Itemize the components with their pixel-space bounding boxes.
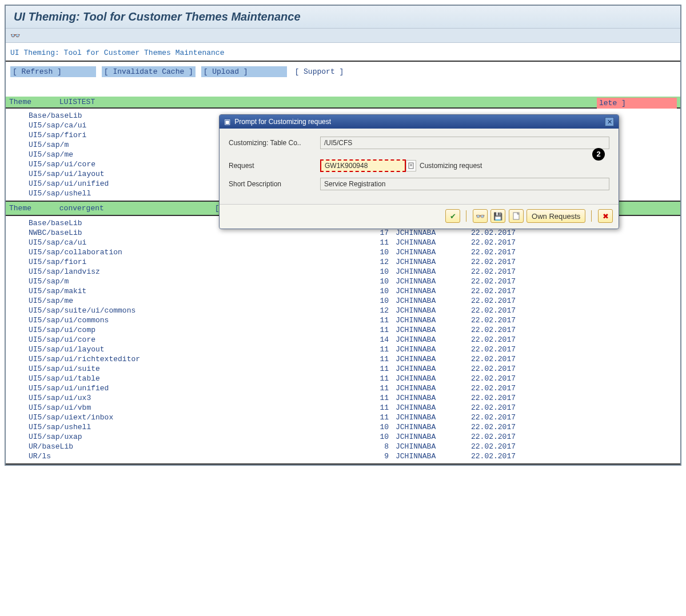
file-user: JCHINNABA xyxy=(389,258,457,266)
file-user: JCHINNABA xyxy=(389,238,457,247)
file-date: 22.02.2017 xyxy=(457,394,526,402)
file-path: UI5/sap/makit xyxy=(29,287,360,295)
request-label: Request xyxy=(229,162,320,170)
file-path: UI5/sap/uiext/inbox xyxy=(29,413,360,422)
dialog-titlebar: ▣ Prompt for Customizing request ✕ xyxy=(220,115,619,129)
short-description-value: Service Registration xyxy=(320,178,609,190)
file-user: JCHINNABA xyxy=(389,267,457,276)
file-path: UI5/sap/m xyxy=(29,277,360,286)
support-button[interactable]: [ Support ] xyxy=(292,66,378,77)
transaction-subtitle: UI Theming: Tool for Customer Themes Mai… xyxy=(6,43,680,62)
dialog-title: Prompt for Customizing request xyxy=(234,118,331,126)
file-user: JCHINNABA xyxy=(389,374,457,383)
delete-button[interactable]: lete ] xyxy=(597,98,677,109)
file-path: UI5/sap/ui/vbm xyxy=(29,403,360,412)
file-count: 11 xyxy=(360,326,389,334)
file-path: UI5/sap/fiori xyxy=(29,258,360,266)
file-date: 22.02.2017 xyxy=(457,238,526,247)
create-button[interactable] xyxy=(509,209,524,223)
close-icon[interactable]: ✕ xyxy=(605,117,614,126)
own-requests-button[interactable]: Own Requests xyxy=(527,209,585,223)
continue-button[interactable]: ✔ xyxy=(445,209,460,223)
file-count: 11 xyxy=(360,238,389,247)
file-path: UI5/sap/me xyxy=(29,297,360,305)
file-user: JCHINNABA xyxy=(389,423,457,431)
file-user: JCHINNABA xyxy=(389,229,457,237)
file-path: UI5/sap/ui/richtexteditor xyxy=(29,355,360,363)
file-date: 22.02.2017 xyxy=(457,433,526,441)
file-date: 22.02.2017 xyxy=(457,267,526,276)
refresh-button[interactable]: [ Refresh ] xyxy=(10,66,96,77)
invalidate-cache-button[interactable]: [ Invalidate Cache ] xyxy=(102,66,196,77)
file-row: UI5/sap/makit10JCHINNABA22.02.2017 xyxy=(29,286,680,296)
file-user: JCHINNABA xyxy=(389,326,457,334)
file-count: 11 xyxy=(360,403,389,412)
file-count: 10 xyxy=(360,423,389,431)
file-user: JCHINNABA xyxy=(389,433,457,441)
file-date: 22.02.2017 xyxy=(457,277,526,286)
file-date: 22.02.2017 xyxy=(457,287,526,295)
file-path: UI5/sap/ushell xyxy=(29,423,360,431)
file-count: 11 xyxy=(360,345,389,354)
display-object-button[interactable]: 👓 xyxy=(473,209,488,223)
file-count: 10 xyxy=(360,248,389,257)
file-path: UI5/sap/uxap xyxy=(29,433,360,441)
cancel-button[interactable]: ✖ xyxy=(598,209,613,223)
file-list-theme2: Base/baseLib15JCHINNABA22.02.2017NWBC/ba… xyxy=(6,216,680,465)
file-date: 22.02.2017 xyxy=(457,326,526,334)
file-user: JCHINNABA xyxy=(389,277,457,286)
file-path: UI5/sap/ui/comp xyxy=(29,326,360,334)
file-path: UI5/sap/suite/ui/commons xyxy=(29,306,360,315)
page-title: UI Theming: Tool for Customer Themes Mai… xyxy=(14,10,672,23)
file-user: JCHINNABA xyxy=(389,452,457,461)
file-user: JCHINNABA xyxy=(389,442,457,451)
file-date: 22.02.2017 xyxy=(457,413,526,422)
file-date: 22.02.2017 xyxy=(457,365,526,373)
upload-button[interactable]: [ Upload ] xyxy=(201,66,287,77)
file-row: UI5/sap/uiext/inbox11JCHINNABA22.02.2017 xyxy=(29,413,680,422)
table-contents-value: /UI5/CFS xyxy=(320,137,609,149)
file-date: 22.02.2017 xyxy=(457,258,526,266)
theme-label: Theme xyxy=(9,204,55,213)
file-count: 11 xyxy=(360,374,389,383)
file-row: UR/baseLib8JCHINNABA22.02.2017 xyxy=(29,442,680,451)
file-path: UI5/sap/ui/layout xyxy=(29,345,360,354)
customizing-request-dialog: ▣ Prompt for Customizing request ✕ Custo… xyxy=(219,114,619,229)
file-row: UI5/sap/ui/unified11JCHINNABA22.02.2017 xyxy=(29,383,680,393)
file-date: 22.02.2017 xyxy=(457,345,526,354)
file-path: UI5/sap/ui/core xyxy=(29,335,360,344)
file-date: 22.02.2017 xyxy=(457,248,526,257)
file-count: 11 xyxy=(360,394,389,402)
file-count: 10 xyxy=(360,287,389,295)
save-button[interactable]: 💾 xyxy=(490,209,505,223)
file-path: UI5/sap/ui/ux3 xyxy=(29,394,360,402)
display-icon[interactable]: 👓 xyxy=(10,31,20,40)
file-path: UI5/sap/ui/table xyxy=(29,374,360,383)
file-row: UI5/sap/ui/core14JCHINNABA22.02.2017 xyxy=(29,335,680,345)
file-user: JCHINNABA xyxy=(389,306,457,315)
file-count: 12 xyxy=(360,306,389,315)
request-input[interactable]: GW1K900948 xyxy=(320,159,406,172)
dialog-icon: ▣ xyxy=(224,118,230,126)
file-row: UI5/sap/ui/comp11JCHINNABA22.02.2017 xyxy=(29,325,680,335)
file-user: JCHINNABA xyxy=(389,394,457,402)
file-count: 9 xyxy=(360,452,389,461)
file-row: UI5/sap/ui/richtexteditor11JCHINNABA22.0… xyxy=(29,354,680,364)
file-date: 22.02.2017 xyxy=(457,335,526,344)
file-count: 10 xyxy=(360,277,389,286)
file-count: 11 xyxy=(360,384,389,393)
file-row: UI5/sap/me10JCHINNABA22.02.2017 xyxy=(29,296,680,306)
file-row: UI5/sap/suite/ui/commons12JCHINNABA22.02… xyxy=(29,306,680,315)
file-path: UI5/sap/ca/ui xyxy=(29,238,360,247)
file-date: 22.02.2017 xyxy=(457,423,526,431)
file-user: JCHINNABA xyxy=(389,365,457,373)
file-user: JCHINNABA xyxy=(389,355,457,363)
value-help-icon[interactable] xyxy=(406,160,416,171)
theme-header-luistest: Theme LUISTEST lete ] xyxy=(6,97,680,109)
action-row: [ Refresh ] [ Invalidate Cache ] [ Uploa… xyxy=(6,62,680,79)
file-date: 22.02.2017 xyxy=(457,374,526,383)
file-row: UI5/sap/ui/ux311JCHINNABA22.02.2017 xyxy=(29,393,680,403)
file-date: 22.02.2017 xyxy=(457,229,526,237)
file-user: JCHINNABA xyxy=(389,345,457,354)
file-count: 11 xyxy=(360,316,389,325)
